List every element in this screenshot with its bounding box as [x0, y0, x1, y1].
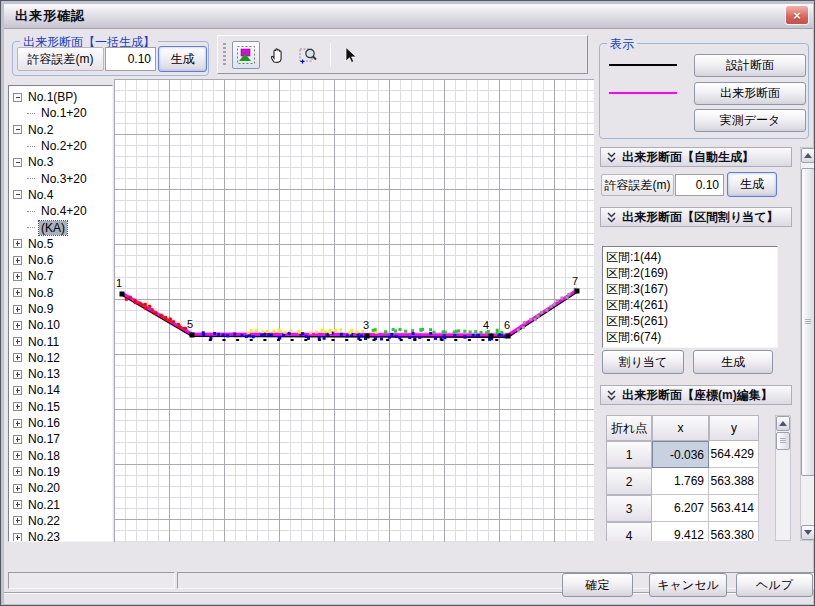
coord-cell[interactable]: -0.036: [652, 441, 709, 468]
collapse-icon[interactable]: [13, 158, 22, 167]
tree-item-label[interactable]: No.4+20: [39, 204, 89, 218]
pan-hand-icon[interactable]: [263, 41, 291, 69]
tree-item[interactable]: No.4: [13, 187, 112, 203]
expand-icon[interactable]: [13, 321, 22, 330]
tree-item-label[interactable]: No.9: [26, 302, 55, 316]
interval-list-item[interactable]: 区間:6(74): [606, 329, 777, 345]
tree-item[interactable]: No.23: [13, 529, 112, 542]
coord-cell[interactable]: 563.414: [709, 495, 759, 522]
tree-item[interactable]: No.9: [13, 301, 112, 317]
tree-item-label[interactable]: No.17: [26, 432, 62, 446]
tree-item-label[interactable]: No.15: [26, 400, 62, 414]
tree-item-label[interactable]: No.3+20: [39, 172, 89, 186]
tree-item[interactable]: (KA): [13, 219, 112, 235]
coord-cell[interactable]: 9.412: [652, 522, 709, 541]
coord-cell[interactable]: 563.380: [709, 522, 759, 541]
tree-item[interactable]: No.16: [13, 415, 112, 431]
tree-item[interactable]: No.1(BP): [13, 89, 112, 105]
tree-item[interactable]: No.10: [13, 317, 112, 333]
expand-icon[interactable]: [13, 516, 22, 525]
row-header-cell[interactable]: 2: [606, 468, 652, 495]
close-button[interactable]: ×: [785, 5, 809, 25]
tree-item-label[interactable]: No.20: [26, 481, 62, 495]
asbuilt-section-button[interactable]: 出来形断面: [694, 82, 806, 105]
tree-item[interactable]: No.14: [13, 382, 112, 398]
table-row[interactable]: 21.769563.388: [606, 468, 775, 495]
auto-section-header[interactable]: 出来形断面【自動生成】: [600, 147, 792, 167]
design-section-button[interactable]: 設計断面: [694, 54, 806, 77]
tolerance-input[interactable]: 0.10: [105, 47, 156, 71]
assign-button[interactable]: 割り当て: [602, 350, 684, 374]
expand-icon[interactable]: [13, 337, 22, 346]
tree-item[interactable]: No.18: [13, 448, 112, 464]
tree-item[interactable]: No.3: [13, 154, 112, 170]
tree-item-label[interactable]: No.10: [26, 318, 62, 332]
tree-item-label[interactable]: No.5: [26, 237, 55, 251]
tree-item-label[interactable]: No.2+20: [39, 139, 89, 153]
auto-tolerance-input[interactable]: 0.10: [675, 174, 724, 196]
scroll-up-icon[interactable]: [804, 149, 812, 158]
expand-icon[interactable]: [13, 500, 22, 509]
tree-item[interactable]: No.22: [13, 513, 112, 529]
expand-icon[interactable]: [13, 402, 22, 411]
tree-item-label[interactable]: No.12: [26, 351, 62, 365]
tree-item-label[interactable]: No.1(BP): [26, 90, 79, 104]
tree-item[interactable]: No.12: [13, 350, 112, 366]
tree-item[interactable]: No.15: [13, 399, 112, 415]
interval-generate-button[interactable]: 生成: [693, 350, 773, 374]
expand-icon[interactable]: [13, 435, 22, 444]
expand-icon[interactable]: [13, 370, 22, 379]
expand-icon[interactable]: [13, 451, 22, 460]
tree-item-label[interactable]: No.14: [26, 383, 62, 397]
tree-item-label[interactable]: No.7: [26, 269, 55, 283]
interval-list-item[interactable]: 区間:2(169): [606, 265, 777, 281]
panel-scrollbar-thumb[interactable]: [801, 168, 815, 476]
collapse-icon[interactable]: [13, 190, 22, 199]
tree-item-label[interactable]: (KA): [39, 221, 67, 235]
interval-listbox[interactable]: 区間:1(44)区間:2(169)区間:3(167)区間:4(261)区間:5(…: [602, 246, 778, 348]
tree-item[interactable]: No.17: [13, 431, 112, 447]
interval-list-item[interactable]: 区間:5(261): [606, 313, 777, 329]
scroll-up-icon[interactable]: [779, 417, 787, 426]
toolbar-grip[interactable]: [223, 43, 226, 67]
tree-item-label[interactable]: No.3: [26, 155, 55, 169]
coord-cell[interactable]: 6.207: [652, 495, 709, 522]
tree-item[interactable]: No.21: [13, 496, 112, 512]
tree-item[interactable]: No.5: [13, 236, 112, 252]
interval-list-item[interactable]: 区間:4(261): [606, 297, 777, 313]
expand-icon[interactable]: [13, 272, 22, 281]
profile-canvas[interactable]: 153467: [114, 79, 594, 542]
interval-list-item[interactable]: 区間:1(44): [606, 249, 777, 265]
tree-item-label[interactable]: No.23: [26, 530, 62, 542]
expand-icon[interactable]: [13, 239, 22, 248]
tree-item[interactable]: No.19: [13, 464, 112, 480]
coord-cell[interactable]: 564.429: [709, 441, 759, 468]
tree-item[interactable]: No.11: [13, 333, 112, 349]
expand-icon[interactable]: [13, 533, 22, 542]
table-row[interactable]: 49.412563.380: [606, 522, 775, 541]
expand-icon[interactable]: [13, 386, 22, 395]
tree-item[interactable]: No.20: [13, 480, 112, 496]
column-header[interactable]: 折れ点: [606, 415, 652, 441]
tree-item-label[interactable]: No.16: [26, 416, 62, 430]
tree-item[interactable]: No.3+20: [13, 170, 112, 186]
interval-list-item[interactable]: 区間:3(167): [606, 281, 777, 297]
zoom-window-icon[interactable]: [294, 41, 322, 69]
table-row[interactable]: 1-0.036564.429: [606, 441, 775, 468]
tree-item-label[interactable]: No.13: [26, 367, 62, 381]
coord-cell[interactable]: 563.388: [709, 468, 759, 495]
select-arrow-icon[interactable]: [336, 41, 364, 69]
cancel-button[interactable]: キャンセル: [649, 573, 727, 597]
coords-section-header[interactable]: 出来形断面【座標(m)編集】: [600, 385, 792, 405]
ok-button[interactable]: 確定: [562, 573, 633, 597]
collapse-icon[interactable]: [13, 93, 22, 102]
measured-data-button[interactable]: 実測データ: [694, 109, 806, 132]
tree-item[interactable]: No.2+20: [13, 138, 112, 154]
column-header[interactable]: x: [652, 415, 709, 441]
tree-item-label[interactable]: No.19: [26, 465, 62, 479]
tree-item-label[interactable]: No.8: [26, 286, 55, 300]
tree-item-label[interactable]: No.11: [26, 335, 61, 349]
section-tree[interactable]: No.1(BP)No.1+20No.2No.2+20No.3No.3+20No.…: [8, 85, 113, 542]
expand-icon[interactable]: [13, 484, 22, 493]
expand-icon[interactable]: [13, 353, 22, 362]
